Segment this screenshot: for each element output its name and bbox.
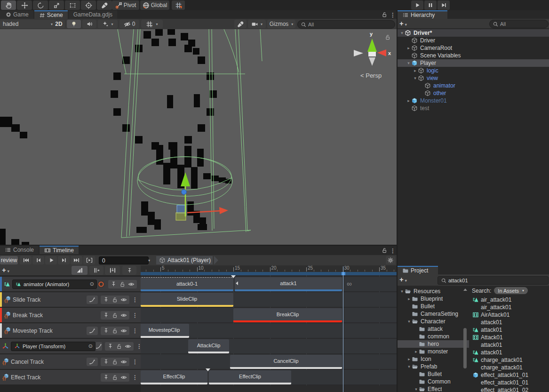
clip-breakclip[interactable]: BreakClip bbox=[233, 308, 342, 322]
track-menu-icon[interactable]: ⋮ bbox=[132, 312, 138, 319]
curves-toggle[interactable] bbox=[87, 327, 98, 335]
global-button[interactable]: Global bbox=[140, 0, 169, 10]
lock-icon[interactable] bbox=[111, 328, 118, 334]
expand-arrow[interactable]: ▾ bbox=[399, 31, 405, 35]
skip-start-button[interactable] bbox=[20, 256, 32, 264]
project-folder-blueprint[interactable]: ▸Blueprint bbox=[398, 295, 469, 303]
custom-tools-button[interactable] bbox=[97, 0, 112, 10]
clip-attack1[interactable]: attack1 bbox=[235, 277, 342, 291]
track-menu-icon[interactable]: ⋮ bbox=[132, 328, 138, 334]
track-header-effect-track[interactable]: {}Effect Track⋮ bbox=[0, 370, 141, 384]
asset-result-air-attack01[interactable]: air_attack01 bbox=[472, 296, 549, 304]
project-folder-common[interactable]: common bbox=[398, 333, 469, 340]
track-header-break-track[interactable]: {}Break Track⋮ bbox=[0, 308, 141, 322]
tab-scene[interactable]: Scene bbox=[34, 10, 68, 19]
mix-mode-button[interactable] bbox=[72, 266, 88, 275]
asset-result-effect-attack01-01[interactable]: effect_attack01_01 bbox=[472, 371, 549, 379]
track-header-player-transform-[interactable]: Player (Transform)⊙⋮ bbox=[0, 339, 141, 353]
project-folder-prefab[interactable]: ▾Prefab bbox=[398, 363, 469, 370]
track-menu-icon[interactable]: ⋮ bbox=[132, 359, 138, 365]
project-folder-bullet[interactable]: Bullet bbox=[398, 370, 469, 378]
lock-icon[interactable] bbox=[111, 312, 118, 319]
eye-icon[interactable] bbox=[125, 343, 131, 350]
project-folder-attack[interactable]: attack bbox=[398, 325, 469, 333]
expand-arrow[interactable]: ▾ bbox=[413, 76, 418, 80]
eye-icon[interactable] bbox=[120, 359, 127, 365]
track-header-slide-track[interactable]: {}Slide Track⋮ bbox=[0, 292, 141, 307]
expand-arrow[interactable]: ▸ bbox=[406, 46, 411, 50]
hierarchy-item-view[interactable]: ▾view bbox=[398, 74, 549, 82]
search-scope-dropdown[interactable]: In Assets ▾ bbox=[494, 287, 528, 294]
project-folder-camerasetting[interactable]: CameraSetting bbox=[398, 310, 469, 318]
hierarchy-item-animator[interactable]: animator bbox=[398, 82, 549, 89]
project-add-button[interactable]: +▾ bbox=[399, 275, 407, 283]
grid-snap-button[interactable] bbox=[172, 0, 185, 10]
hierarchy-item-logic[interactable]: ▸logic bbox=[398, 67, 549, 74]
timeline-marker[interactable] bbox=[206, 368, 210, 371]
prev-key-button[interactable] bbox=[32, 256, 44, 264]
clip-slideclip[interactable]: SlideClip bbox=[141, 293, 233, 307]
hierarchy-item-scene-variables[interactable]: Scene Variables bbox=[398, 52, 549, 59]
project-folder-effect[interactable]: ▾Effect bbox=[398, 385, 469, 392]
expand-arrow[interactable]: ▸ bbox=[406, 98, 411, 103]
expand-arrow[interactable]: ▾ bbox=[406, 364, 412, 369]
asset-result-charge-attack01[interactable]: charge_attack01 bbox=[472, 356, 549, 364]
hierarchy-item-other[interactable]: other bbox=[398, 89, 549, 97]
asset-result-attack01[interactable]: Attack01 bbox=[472, 334, 549, 341]
expand-arrow[interactable]: ▾ bbox=[399, 289, 405, 294]
clip-attack0-1[interactable]: attack0-1 bbox=[141, 277, 233, 291]
pin-icon[interactable] bbox=[103, 374, 109, 380]
pin-icon[interactable] bbox=[103, 328, 109, 334]
pin-icon[interactable] bbox=[107, 343, 113, 349]
clips-area[interactable]: attack0-1attack1SlideClipBreakClipMovest… bbox=[141, 275, 397, 392]
timeline-ruler[interactable]: 5101520253035 bbox=[141, 265, 397, 275]
project-split-divider[interactable] bbox=[469, 286, 469, 392]
scene-menu-icon[interactable]: ⋮ bbox=[390, 12, 396, 18]
project-folder-character[interactable]: ▾Character bbox=[398, 318, 469, 325]
play-button[interactable] bbox=[411, 0, 423, 10]
track-header-movestep-track[interactable]: {}Movestep Track⋮ bbox=[0, 323, 141, 338]
clip-effectclip[interactable]: EffectClip bbox=[209, 370, 291, 384]
project-search[interactable] bbox=[438, 276, 549, 285]
shading-dropdown[interactable]: haded▾ bbox=[0, 20, 56, 28]
hierarchy-item-driver-[interactable]: ▾Driver* bbox=[398, 29, 549, 37]
expand-arrow[interactable]: ▾ bbox=[406, 61, 411, 65]
hierarchy-add-button[interactable]: +▾ bbox=[399, 19, 407, 27]
pivot-button[interactable]: Pivot bbox=[112, 0, 139, 10]
skip-end-button[interactable] bbox=[71, 256, 82, 264]
eye-icon[interactable] bbox=[128, 281, 135, 288]
tab-hierarchy[interactable]: Hierarchy bbox=[398, 10, 447, 19]
step-button[interactable] bbox=[438, 0, 450, 10]
curves-toggle[interactable] bbox=[87, 358, 98, 366]
eye-icon[interactable] bbox=[120, 374, 127, 381]
play-range-button[interactable] bbox=[83, 256, 95, 264]
curves-toggle[interactable] bbox=[95, 342, 102, 351]
timeline-lock-icon[interactable] bbox=[381, 247, 388, 254]
record-button[interactable] bbox=[97, 280, 105, 288]
pin-icon[interactable] bbox=[103, 359, 109, 365]
rect-tool-button[interactable] bbox=[65, 0, 80, 10]
project-folder-hero[interactable]: hero bbox=[398, 340, 469, 348]
lock-icon[interactable] bbox=[111, 359, 118, 365]
expand-arrow[interactable]: ▸ bbox=[406, 296, 412, 301]
effects-dropdown[interactable]: ▾ bbox=[98, 20, 118, 28]
marker-track-button[interactable] bbox=[122, 266, 136, 275]
asset-result-effect-attack01-02[interactable]: effect_attack01_02 bbox=[472, 386, 549, 392]
track-menu-icon[interactable]: ⋮ bbox=[132, 374, 138, 381]
scene-viewport[interactable]: y x < Persp bbox=[0, 29, 397, 246]
camera-dropdown[interactable]: ▾ bbox=[248, 20, 266, 28]
scroll-thumb[interactable] bbox=[463, 328, 467, 368]
expand-arrow[interactable]: ▾ bbox=[406, 319, 412, 324]
lock-icon[interactable] bbox=[116, 343, 122, 350]
clip-cancelclip[interactable]: CancelClip bbox=[230, 355, 342, 369]
gizmo-lock-icon[interactable] bbox=[384, 34, 391, 40]
next-key-button[interactable] bbox=[58, 256, 70, 264]
lock-icon[interactable] bbox=[119, 281, 126, 288]
track-header-cancel-track[interactable]: {}Cancel Track⋮ bbox=[0, 354, 141, 369]
project-search-input[interactable] bbox=[448, 278, 545, 283]
eye-icon[interactable] bbox=[120, 328, 127, 334]
audio-toggle[interactable] bbox=[82, 20, 96, 28]
clip-movestepclip[interactable]: MovestepClip bbox=[141, 324, 189, 338]
eye-icon[interactable] bbox=[120, 312, 127, 319]
tab-project[interactable]: Project bbox=[398, 266, 438, 274]
